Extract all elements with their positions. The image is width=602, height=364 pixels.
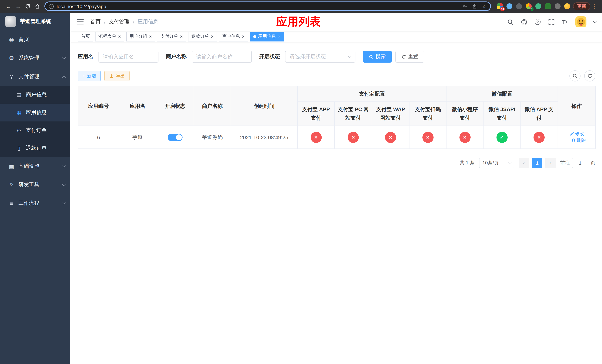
tab-label: 流程表单: [98, 33, 116, 40]
extension-badge-green: 1: [531, 7, 534, 11]
font-size-icon[interactable]: TT: [562, 19, 568, 25]
wechat-mini-status-icon: ×: [459, 132, 470, 143]
extension-icon-7[interactable]: [555, 3, 560, 9]
tab-app-info[interactable]: 应用信息 ×: [250, 32, 284, 41]
export-button[interactable]: 导出: [104, 71, 129, 81]
app-table: 应用编号 应用名 开启状态 商户名称 创建时间 支付宝配置 微信配置 操作 支付…: [78, 86, 596, 149]
tags-view: 首页 流程表单 × 用户分组 × 支付订单 × 退款订单 ×: [70, 31, 602, 42]
back-button[interactable]: ←: [4, 1, 13, 11]
chevron-down-icon: [508, 161, 511, 164]
password-key-icon[interactable]: [462, 4, 468, 9]
tab-refund-order[interactable]: 退款订单 ×: [188, 32, 217, 41]
toggle-search-button[interactable]: [570, 70, 580, 81]
search-icon[interactable]: [507, 19, 514, 25]
sidebar-item-dev-tools[interactable]: ✎ 研发工具: [0, 175, 70, 194]
edit-link-label: 修改: [575, 131, 584, 137]
tab-process-form[interactable]: 流程表单 ×: [95, 32, 124, 41]
group-alipay-config: 支付宝配置: [298, 86, 446, 102]
address-bar[interactable]: i localhost:1024/pay/app ☆: [44, 1, 491, 11]
tab-label: 支付订单: [160, 33, 178, 40]
tab-merchant-info[interactable]: 商户信息 ×: [219, 32, 248, 41]
page-1-button[interactable]: 1: [532, 158, 542, 168]
sidebar-item-pay-order[interactable]: ⊙ 支付订单: [0, 121, 70, 139]
close-icon[interactable]: ×: [278, 34, 280, 39]
goto-page-input[interactable]: [572, 158, 588, 168]
sidebar-item-label: 首页: [19, 36, 29, 43]
github-icon[interactable]: [521, 19, 527, 25]
sidebar-item-label: 基础设施: [19, 163, 39, 170]
col-app-name: 应用名: [119, 86, 156, 126]
share-icon[interactable]: [472, 4, 477, 9]
sidebar-toggle-button[interactable]: [77, 18, 85, 26]
forward-button[interactable]: →: [13, 1, 23, 11]
close-icon[interactable]: ×: [149, 34, 152, 39]
search-button[interactable]: 搜索: [363, 51, 392, 63]
tab-label: 商户信息: [222, 33, 240, 40]
tab-label: 用户分组: [129, 33, 147, 40]
tab-pay-order[interactable]: 支付订单 ×: [157, 32, 186, 41]
sidebar-item-payment[interactable]: ¥ 支付管理: [0, 67, 70, 86]
browser-menu-icon[interactable]: ⋮: [590, 2, 598, 10]
reset-button-label: 重置: [408, 53, 418, 60]
extension-icon-4[interactable]: 1: [526, 3, 532, 9]
merchant-name-label: 商户名称: [166, 53, 187, 60]
breadcrumb-payment[interactable]: 支付管理: [109, 19, 129, 25]
prev-page-button[interactable]: ‹: [519, 158, 529, 168]
close-icon[interactable]: ×: [180, 34, 183, 39]
chevron-down-icon: [348, 54, 352, 58]
sidebar-item-label: 系统管理: [19, 55, 39, 62]
tab-user-group[interactable]: 用户分组 ×: [126, 32, 155, 41]
sidebar-item-system[interactable]: ⚙ 系统管理: [0, 49, 70, 67]
order-icon: ⊙: [16, 127, 22, 133]
browser-update-button[interactable]: 更新: [573, 2, 590, 10]
col-alipay-pc: 支付宝 PC 网站支付: [334, 102, 372, 126]
fullscreen-icon[interactable]: [548, 19, 555, 25]
sidebar-item-label: 应用信息: [26, 109, 47, 116]
breadcrumb-home[interactable]: 首页: [90, 19, 101, 25]
main-area: 首页 / 支付管理 / 应用信息 应用列表 ?: [70, 13, 602, 364]
user-avatar[interactable]: [575, 16, 586, 27]
merchant-name-input[interactable]: [196, 54, 247, 60]
user-menu-caret-icon[interactable]: [593, 19, 597, 23]
extension-icon-8[interactable]: [564, 3, 570, 9]
sidebar-item-infrastructure[interactable]: ▣ 基础设施: [0, 157, 70, 175]
sidebar-item-refund-order[interactable]: ▯ 退款订单: [0, 139, 70, 157]
col-wechat-jsapi: 微信 JSAPI 支付: [483, 102, 520, 126]
page-size-select[interactable]: 10条/页: [479, 158, 514, 168]
tab-home[interactable]: 首页: [78, 32, 93, 41]
refresh-table-button[interactable]: [584, 70, 595, 81]
close-icon[interactable]: ×: [118, 34, 121, 39]
help-icon[interactable]: ?: [534, 19, 541, 25]
home-icon: [34, 3, 40, 9]
next-page-button[interactable]: ›: [545, 158, 556, 168]
app-name-label: 应用名: [78, 53, 93, 60]
add-button[interactable]: + 新增: [78, 71, 101, 81]
edit-link[interactable]: 修改: [570, 131, 584, 137]
extension-icon-3[interactable]: [516, 3, 522, 9]
site-info-icon[interactable]: i: [49, 4, 54, 9]
sidebar-item-home[interactable]: ◉ 首页: [0, 30, 70, 49]
extension-icon-2[interactable]: [506, 3, 512, 9]
enabled-toggle[interactable]: [168, 134, 182, 141]
status-select[interactable]: 请选择开启状态: [285, 51, 355, 63]
delete-link[interactable]: 删除: [571, 137, 586, 144]
close-icon[interactable]: ×: [211, 34, 214, 39]
bookmark-star-icon[interactable]: ☆: [482, 4, 486, 9]
sidebar-item-workflow[interactable]: ≡ 工作流程: [0, 194, 70, 213]
extension-icon-6[interactable]: [545, 3, 551, 9]
sidebar-item-merchant-info[interactable]: ▤ 商户信息: [0, 86, 70, 104]
reload-icon: [25, 3, 31, 9]
app-logo[interactable]: 芋道管理系统: [0, 13, 70, 30]
sidebar-menu: ◉ 首页 ⚙ 系统管理 ¥ 支付管理 ▤ 商户信息: [0, 30, 70, 213]
app-name-input[interactable]: [103, 54, 154, 60]
close-icon[interactable]: ×: [242, 34, 245, 39]
refresh-icon: [401, 54, 406, 59]
extension-icon-1[interactable]: 10: [497, 3, 503, 9]
home-button[interactable]: [32, 1, 42, 11]
extension-icon-5[interactable]: [535, 3, 541, 9]
pagination-total: 共 1 条: [460, 160, 475, 166]
sidebar-item-app-info[interactable]: ▦ 应用信息: [0, 104, 70, 121]
cell-create-time: 2021-10-23 08:49:25: [231, 126, 298, 149]
reload-button[interactable]: [23, 1, 32, 11]
reset-button[interactable]: 重置: [395, 51, 424, 63]
